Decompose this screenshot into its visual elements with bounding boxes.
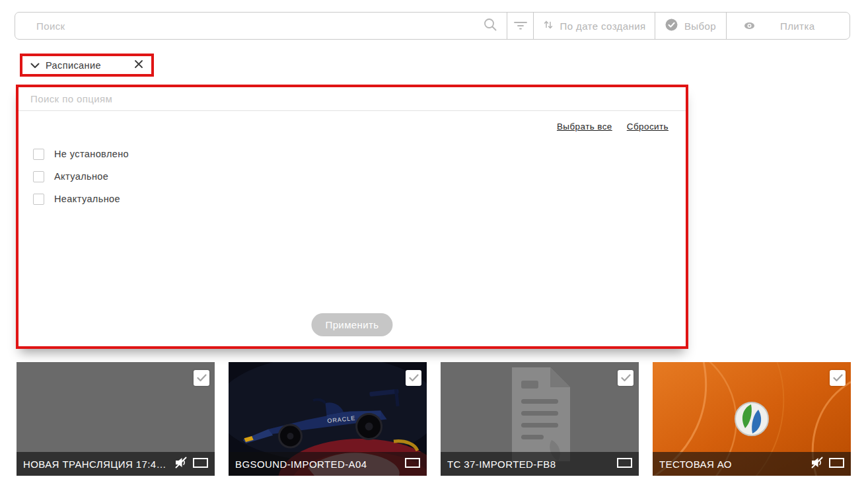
screen-rect-icon	[829, 458, 844, 470]
option-label: Актуальное	[54, 171, 108, 182]
view-mode-label: Плитка	[780, 20, 814, 32]
checkbox[interactable]	[33, 149, 44, 160]
view-mode-button[interactable]: Плитка	[726, 13, 850, 39]
tile-bar: BGSOUND-IMPORTED-A04	[229, 452, 427, 476]
search-icon[interactable]	[483, 17, 497, 34]
reset-link[interactable]: Сбросить	[627, 122, 669, 131]
toolbar: По дате создания Выбор Плитка	[15, 12, 850, 40]
filter-button[interactable]	[507, 13, 533, 39]
tile-bgsound[interactable]: ORACLE BGSOUND-IMPORTED-A04	[229, 362, 427, 476]
close-icon[interactable]	[134, 59, 143, 71]
annotation-box-panel: Выбрать все Сбросить Не установлено Акту…	[16, 85, 688, 349]
chevron-down-icon[interactable]	[30, 59, 40, 71]
option-label: Неактуальное	[54, 194, 120, 204]
select-all-link[interactable]: Выбрать все	[557, 122, 612, 131]
search-bar	[15, 13, 507, 39]
tile-checkbox[interactable]	[406, 370, 421, 386]
option-label: Не установлено	[54, 149, 129, 159]
sort-button[interactable]: По дате создания	[533, 13, 655, 39]
muted-speaker-icon	[811, 456, 824, 472]
tile-broadcast[interactable]: НОВАЯ ТРАНСЛЯЦИЯ 17:46:17 1...	[17, 362, 215, 476]
screen-rect-icon	[405, 458, 420, 470]
tile-testovaya-ao[interactable]: ТЕСТОВАЯ АО	[653, 362, 851, 476]
tile-checkbox[interactable]	[618, 370, 633, 386]
tile-bar: TC 37-IMPORTED-FB8	[441, 452, 639, 476]
sort-label: По дате создания	[560, 20, 646, 32]
filter-options-panel: Выбрать все Сбросить Не установлено Акту…	[18, 87, 686, 346]
check-circle-icon	[665, 19, 678, 33]
filter-chip-schedule[interactable]: Расписание	[22, 56, 151, 74]
filter-lines-icon	[514, 20, 527, 32]
options-search-input[interactable]	[18, 87, 686, 111]
panel-links: Выбрать все Сбросить	[557, 122, 669, 131]
select-mode-button[interactable]: Выбор	[655, 13, 726, 39]
tile-bar: ТЕСТОВАЯ АО	[653, 452, 851, 476]
option-row-not-set[interactable]: Не установлено	[33, 143, 129, 165]
checkbox[interactable]	[33, 194, 44, 205]
tile-title: НОВАЯ ТРАНСЛЯЦИЯ 17:46:17 1...	[23, 459, 170, 470]
annotation-box-chip: Расписание	[20, 54, 154, 77]
option-row-not-actual[interactable]: Неактуальное	[33, 188, 129, 210]
search-input[interactable]	[36, 20, 483, 32]
tile-grid: НОВАЯ ТРАНСЛЯЦИЯ 17:46:17 1...	[17, 362, 851, 476]
option-list: Не установлено Актуальное Неактуальное	[33, 143, 129, 210]
muted-speaker-icon	[174, 456, 188, 472]
tile-checkbox[interactable]	[830, 370, 846, 386]
tile-bar: НОВАЯ ТРАНСЛЯЦИЯ 17:46:17 1...	[17, 452, 215, 476]
tile-tc37[interactable]: TC 37-IMPORTED-FB8	[441, 362, 639, 476]
select-mode-label: Выбор	[684, 20, 716, 32]
sort-arrows-icon	[543, 19, 554, 32]
eye-icon	[744, 20, 755, 32]
apply-button[interactable]: Применить	[311, 313, 392, 336]
checkbox[interactable]	[33, 171, 44, 182]
screen-rect-icon	[193, 458, 208, 470]
option-row-actual[interactable]: Актуальное	[33, 165, 129, 188]
tile-title: BGSOUND-IMPORTED-A04	[235, 459, 400, 470]
filter-chip-label: Расписание	[46, 60, 128, 71]
screen-rect-icon	[617, 458, 632, 470]
tile-checkbox[interactable]	[194, 370, 209, 386]
media-library-page: По дате создания Выбор Плитка	[0, 0, 868, 485]
tile-title: ТЕСТОВАЯ АО	[659, 459, 806, 470]
tile-title: TC 37-IMPORTED-FB8	[447, 459, 612, 470]
